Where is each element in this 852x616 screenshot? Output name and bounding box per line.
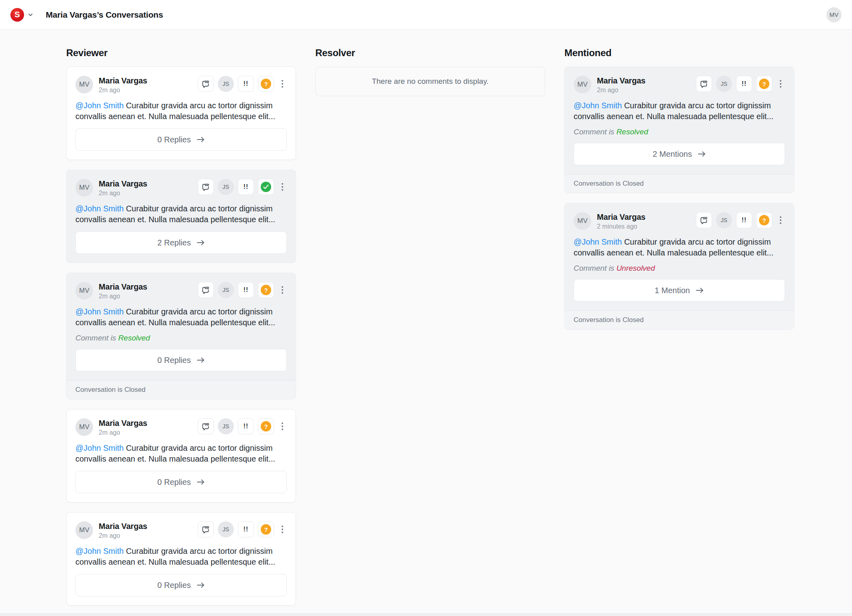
card-toolbar: JS!!? <box>198 76 287 92</box>
double-exclamation-icon: !! <box>243 183 249 190</box>
double-exclamation-button[interactable]: !! <box>736 76 752 92</box>
comment-link-icon <box>201 79 211 89</box>
reaction-avatar-chip[interactable]: JS <box>716 76 732 92</box>
comment-text: @John Smith Curabitur gravida arcu ac to… <box>75 306 287 328</box>
comment-link-button[interactable] <box>696 76 712 92</box>
open-conversation-button[interactable]: 0 Replies <box>75 349 287 371</box>
comment-card: MVMaria Vargas2m agoJS!!@John Smith Cura… <box>66 170 296 263</box>
open-conversation-label: 0 Replies <box>157 356 191 365</box>
card-body: MVMaria Vargas2m agoJS!!@John Smith Cura… <box>67 170 296 263</box>
mention-john-smith: @John Smith <box>75 101 124 110</box>
card-toolbar: JS!!? <box>198 521 287 537</box>
reaction-avatar-chip[interactable]: JS <box>218 282 234 298</box>
question-status-icon: ? <box>759 215 769 225</box>
column-reviewer: ReviewerMVMaria Vargas2m agoJS!!?@John S… <box>66 47 296 615</box>
comment-card: MVMaria Vargas2 minutes agoJS!!?@John Sm… <box>564 203 794 330</box>
card-header: MVMaria Vargas2m agoJS!!? <box>75 418 287 436</box>
workspace-menu-button[interactable]: S <box>10 8 34 22</box>
comment-card: MVMaria Vargas2m agoJS!!?@John Smith Cur… <box>564 67 794 193</box>
comment-card: MVMaria Vargas2m agoJS!!?@John Smith Cur… <box>66 409 296 503</box>
mention-john-smith: @John Smith <box>574 101 622 110</box>
card-body: MVMaria Vargas2m agoJS!!?@John Smith Cur… <box>565 67 794 174</box>
reaction-avatar-chip[interactable]: JS <box>716 212 732 228</box>
double-exclamation-button[interactable]: !! <box>238 282 254 298</box>
arrow-right-icon <box>696 287 704 294</box>
kebab-menu-button[interactable] <box>776 76 785 92</box>
comment-link-button[interactable] <box>696 212 712 228</box>
double-exclamation-icon: !! <box>243 526 249 533</box>
open-conversation-button[interactable]: 0 Replies <box>75 471 287 493</box>
resolved-status-button[interactable] <box>258 179 274 195</box>
double-exclamation-button[interactable]: !! <box>736 212 752 228</box>
author-meta: Maria Vargas2m ago <box>99 179 147 197</box>
card-body: MVMaria Vargas2m agoJS!!?@John Smith Cur… <box>67 67 296 160</box>
double-exclamation-icon: !! <box>243 286 249 294</box>
conversation-closed-footer: Conversation is Closed <box>67 380 296 399</box>
comment-text: @John Smith Curabitur gravida arcu ac to… <box>75 443 287 464</box>
author-name: Maria Vargas <box>99 522 147 531</box>
comment-link-button[interactable] <box>198 418 214 434</box>
comment-text: @John Smith Curabitur gravida arcu ac to… <box>75 546 287 567</box>
double-exclamation-button[interactable]: !! <box>238 76 254 92</box>
comment-status-value: Unresolved <box>617 264 655 272</box>
column-resolver: ResolverThere are no comments to display… <box>315 47 545 96</box>
kebab-menu-button[interactable] <box>278 76 287 92</box>
comment-link-button[interactable] <box>198 521 214 537</box>
reaction-avatar-chip[interactable]: JS <box>218 521 234 537</box>
author-name: Maria Vargas <box>99 179 147 188</box>
kebab-menu-icon <box>281 525 284 534</box>
comment-status-line: Comment is Unresolved <box>574 264 785 273</box>
author-meta: Maria Vargas2m ago <box>99 282 147 300</box>
kebab-menu-button[interactable] <box>278 282 287 298</box>
comment-text: @John Smith Curabitur gravida arcu ac to… <box>574 237 785 258</box>
arrow-right-icon <box>698 151 706 157</box>
reaction-avatar-chip[interactable]: JS <box>218 418 234 434</box>
comment-link-button[interactable] <box>198 282 214 298</box>
double-exclamation-button[interactable]: !! <box>238 179 254 195</box>
empty-state-message: There are no comments to display. <box>315 67 545 96</box>
question-status-button[interactable]: ? <box>258 418 274 434</box>
question-status-button[interactable]: ? <box>756 76 772 92</box>
card-toolbar: JS!!? <box>696 212 785 228</box>
mention-john-smith: @John Smith <box>574 237 622 246</box>
kebab-menu-button[interactable] <box>278 521 287 537</box>
comment-status-line: Comment is Resolved <box>574 128 785 136</box>
open-conversation-button[interactable]: 0 Replies <box>75 128 287 151</box>
reaction-avatar-chip[interactable]: JS <box>218 76 234 92</box>
comment-link-button[interactable] <box>198 76 214 92</box>
question-status-button[interactable]: ? <box>258 521 274 537</box>
open-conversation-button[interactable]: 2 Replies <box>75 231 287 254</box>
column-heading-reviewer: Reviewer <box>66 47 296 59</box>
card-header: MVMaria Vargas2m agoJS!!? <box>574 76 785 94</box>
user-avatar[interactable]: MV <box>826 7 842 22</box>
comment-text: @John Smith Curabitur gravida arcu ac to… <box>75 100 287 122</box>
kebab-menu-button[interactable] <box>278 179 287 195</box>
kebab-menu-button[interactable] <box>278 418 287 434</box>
kebab-menu-button[interactable] <box>776 212 785 228</box>
question-status-button[interactable]: ? <box>258 282 274 298</box>
page-title: Maria Vargas’s Conversations <box>46 10 163 20</box>
double-exclamation-button[interactable]: !! <box>238 521 254 537</box>
timestamp: 2m ago <box>99 429 147 436</box>
arrow-right-icon <box>197 357 205 363</box>
open-conversation-button[interactable]: 2 Mentions <box>574 143 785 165</box>
reaction-avatar-chip[interactable]: JS <box>218 179 234 195</box>
double-exclamation-icon: !! <box>742 80 747 87</box>
card-header: MVMaria Vargas2m agoJS!!? <box>75 282 287 300</box>
open-conversation-label: 0 Replies <box>157 581 191 590</box>
question-status-button[interactable]: ? <box>258 76 274 92</box>
arrow-right-icon <box>197 239 205 246</box>
open-conversation-button[interactable]: 1 Mention <box>574 279 785 302</box>
comment-link-icon <box>699 215 709 225</box>
open-conversation-label: 0 Replies <box>157 135 191 144</box>
app-header: S Maria Vargas’s Conversations MV <box>0 0 852 30</box>
question-status-button[interactable]: ? <box>756 212 772 228</box>
open-conversation-button[interactable]: 0 Replies <box>75 574 287 596</box>
arrow-right-icon <box>197 136 205 143</box>
card-body: MVMaria Vargas2m agoJS!!?@John Smith Cur… <box>67 513 296 605</box>
author-meta: Maria Vargas2 minutes ago <box>597 212 645 230</box>
comment-status-value: Resolved <box>118 334 150 342</box>
comment-link-button[interactable] <box>198 179 214 195</box>
timestamp: 2m ago <box>99 532 147 539</box>
double-exclamation-button[interactable]: !! <box>238 418 254 434</box>
